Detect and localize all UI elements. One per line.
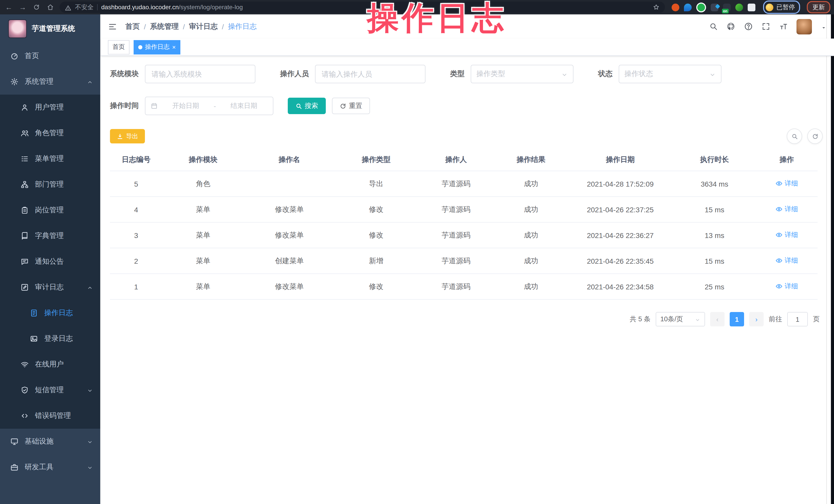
browser-toolbar: ← → 不安全 dashboard.yudao.iocoder.cn/syste… (0, 0, 834, 15)
table-cell: 2021-04-26 22:37:25 (567, 197, 673, 222)
user-avatar[interactable] (796, 19, 812, 34)
sidebar-item-menu-mgmt[interactable]: 菜单管理 (0, 146, 100, 172)
extension-icon[interactable] (672, 3, 679, 11)
eye-icon (775, 180, 783, 187)
sidebar-item-sms-mgmt[interactable]: 短信管理 (0, 377, 100, 403)
extension-icon[interactable]: on (723, 3, 731, 11)
current-page-button[interactable]: 1 (730, 312, 744, 326)
back-icon[interactable]: ← (4, 3, 13, 12)
operate-log-table: 日志编号操作模块操作名操作类型操作人操作结果操作日期执行时长操作 5角色导出芋道… (110, 149, 817, 300)
detail-link[interactable]: 详细 (775, 179, 798, 188)
fullscreen-icon[interactable] (762, 22, 770, 31)
reload-icon[interactable] (32, 3, 41, 12)
column-header: 操作类型 (335, 149, 418, 171)
pagination: 共 5 条 10条/页 ‹ 1 › 前往 页 (110, 312, 825, 326)
app-title: 芋道管理系统 (32, 24, 75, 34)
module-input[interactable] (145, 65, 256, 83)
bookmark-star-icon[interactable] (653, 4, 660, 11)
prev-page-button[interactable]: ‹ (710, 312, 725, 326)
extension-icon[interactable] (736, 3, 743, 11)
operator-input[interactable] (315, 65, 425, 83)
extension-icon[interactable] (696, 2, 706, 12)
detail-link[interactable]: 详细 (775, 256, 798, 265)
sidebar-item-online-user[interactable]: 在线用户 (0, 352, 100, 377)
badge-icon (21, 206, 29, 214)
sidebar-item-dev-tool[interactable]: 研发工具 (0, 454, 100, 480)
github-icon[interactable] (727, 22, 736, 31)
sidebar-item-infra[interactable]: 基础设施 (0, 429, 100, 454)
help-icon[interactable] (744, 22, 753, 31)
sidebar-item-login-log[interactable]: 登录日志 (0, 326, 100, 352)
address-bar[interactable]: 不安全 dashboard.yudao.iocoder.cn/system/lo… (60, 2, 665, 13)
tab-operate-log[interactable]: 操作日志× (134, 40, 180, 54)
tab-label: 首页 (112, 43, 125, 51)
security-label[interactable]: 不安全 (75, 3, 93, 12)
chevron-down-icon (87, 438, 93, 445)
doc-icon (30, 309, 38, 317)
date-range-picker[interactable]: 开始日期 - 结束日期 (145, 96, 273, 115)
sidebar-item-label: 审计日志 (35, 283, 64, 292)
browser-profile-chip[interactable]: 已暂停 (763, 1, 800, 14)
browser-update-button[interactable]: 更新 (807, 1, 830, 13)
book-icon (21, 232, 29, 240)
breadcrumb-item[interactable]: 首页 (125, 22, 140, 31)
close-icon[interactable]: × (172, 44, 176, 50)
table-cell: 创建菜单 (244, 248, 335, 274)
range-separator: - (214, 102, 216, 110)
refresh-button[interactable] (807, 129, 823, 144)
font-size-icon[interactable] (779, 22, 788, 31)
sidebar-item-notice[interactable]: 通知公告 (0, 249, 100, 275)
table-cell: 导出 (335, 171, 418, 197)
forward-icon[interactable]: → (18, 3, 27, 12)
app-logo[interactable]: 芋道管理系统 (0, 15, 100, 43)
sidebar-item-error-code[interactable]: 错误码管理 (0, 403, 100, 429)
gear-icon (10, 78, 19, 86)
sidebar-item-audit-log[interactable]: 审计日志 (0, 275, 100, 300)
type-label: 类型 (450, 69, 464, 79)
table-cell: 修改菜单 (244, 222, 335, 248)
table-cell: 2021-04-26 22:34:58 (567, 274, 673, 300)
next-page-button[interactable]: › (749, 312, 764, 326)
sidebar-item-operate-log[interactable]: 操作日志 (0, 300, 100, 326)
detail-link[interactable]: 详细 (775, 282, 798, 291)
search-button[interactable]: 搜索 (288, 98, 326, 114)
toggle-search-button[interactable] (787, 129, 802, 144)
breadcrumb-item[interactable]: 系统管理 (150, 22, 179, 31)
page-size-select[interactable]: 10条/页 (656, 312, 705, 326)
extension-icon[interactable] (711, 3, 718, 11)
reset-button[interactable]: 重置 (332, 98, 370, 114)
operator-label: 操作人员 (280, 69, 309, 79)
sidebar-item-user-mgmt[interactable]: 用户管理 (0, 94, 100, 120)
export-button[interactable]: 导出 (110, 129, 145, 144)
scrollbar-gutter[interactable] (826, 15, 831, 504)
detail-link[interactable]: 详细 (775, 204, 798, 214)
dashboard-icon (10, 52, 19, 60)
logo-image (8, 20, 27, 38)
sidebar-item-dict-mgmt[interactable]: 字典管理 (0, 223, 100, 249)
search-icon[interactable] (709, 22, 718, 31)
divider (97, 4, 97, 10)
collapse-sidebar-icon[interactable] (108, 22, 117, 31)
table-cell: 5 (110, 171, 162, 197)
table-cell: 25 ms (673, 274, 756, 300)
sidebar-item-dept-mgmt[interactable]: 部门管理 (0, 172, 100, 197)
breadcrumb-item[interactable]: 审计日志 (189, 22, 218, 31)
home-icon[interactable] (46, 3, 55, 12)
table-cell: 芋道源码 (418, 197, 495, 222)
goto-page-input[interactable] (787, 312, 808, 326)
tab-home[interactable]: 首页 (108, 40, 130, 54)
extension-tampermonkey-icon[interactable] (748, 3, 755, 11)
detail-link[interactable]: 详细 (775, 230, 798, 240)
url-text[interactable]: dashboard.yudao.iocoder.cn/system/log/op… (101, 4, 243, 11)
table-cell: 成功 (495, 197, 567, 222)
status-label: 状态 (598, 69, 613, 79)
status-select[interactable]: 操作状态 (619, 65, 722, 83)
type-select[interactable]: 操作类型 (471, 65, 573, 83)
sidebar-item-role-mgmt[interactable]: 角色管理 (0, 120, 100, 146)
sidebar-item-post-mgmt[interactable]: 岗位管理 (0, 197, 100, 223)
table-row: 3菜单修改菜单修改芋道源码成功2021-04-26 22:36:2713 ms详… (110, 222, 817, 248)
sidebar-item-system[interactable]: 系统管理 (0, 69, 100, 94)
sidebar-item-home[interactable]: 首页 (0, 43, 100, 69)
extension-pin-icon[interactable] (684, 3, 692, 11)
chevron-down-icon[interactable] (821, 23, 827, 29)
